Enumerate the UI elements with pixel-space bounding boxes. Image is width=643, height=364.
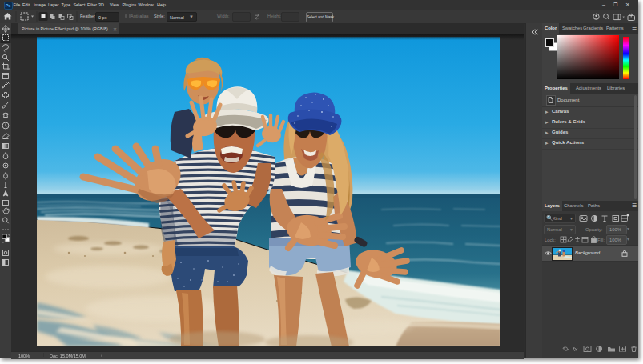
svg-text:fx: fx — [573, 346, 578, 353]
